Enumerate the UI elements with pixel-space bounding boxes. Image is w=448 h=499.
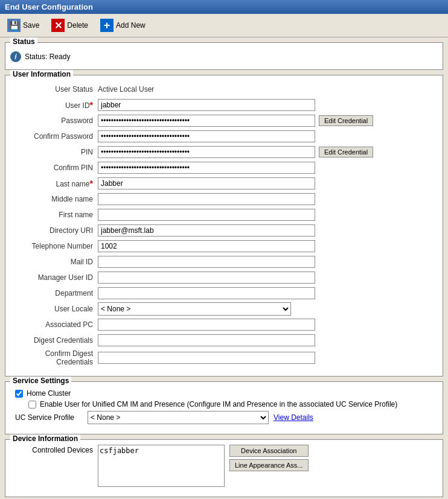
- last-name-label: Last name*: [10, 179, 98, 188]
- enable-user-checkbox[interactable]: [28, 401, 36, 408]
- title-bar: End User Configuration: [0, 0, 448, 14]
- save-label: Save: [23, 21, 39, 30]
- middle-name-input[interactable]: [98, 193, 315, 205]
- middle-name-row: Middle name: [10, 192, 438, 206]
- department-input[interactable]: [98, 287, 315, 299]
- associated-pc-label: Associated PC: [10, 320, 98, 329]
- add-icon: +: [100, 19, 114, 32]
- add-new-label: Add New: [116, 21, 146, 30]
- manager-user-id-row: Manager User ID: [10, 271, 438, 284]
- directory-uri-input[interactable]: [98, 224, 315, 237]
- user-info-section: User Information User Status Active Loca…: [5, 75, 443, 377]
- confirm-digest-credentials-input[interactable]: [98, 352, 315, 364]
- edit-credential-2-button[interactable]: Edit Credential: [319, 147, 373, 157]
- user-status-label: User Status: [10, 85, 98, 94]
- toolbar: 💾 Save ✕ Delete + Add New: [0, 14, 448, 37]
- delete-button[interactable]: ✕ Delete: [49, 17, 91, 33]
- user-status-row: User Status Active Local User: [10, 83, 438, 96]
- manager-user-id-input[interactable]: [98, 272, 315, 284]
- mail-id-label: Mail ID: [10, 258, 98, 266]
- mail-id-input[interactable]: [98, 256, 315, 268]
- associated-pc-input[interactable]: [98, 319, 315, 331]
- device-info-title: Device Information: [10, 434, 80, 443]
- associated-pc-row: Associated PC: [10, 318, 438, 331]
- user-locale-row: User Locale < None >: [10, 302, 438, 316]
- confirm-digest-credentials-row: Confirm Digest Credentials: [10, 349, 438, 366]
- confirm-password-input[interactable]: [98, 130, 315, 142]
- manager-user-id-label: Manager User ID: [10, 273, 98, 282]
- uc-service-profile-row: UC Service Profile < None > View Details: [10, 411, 438, 424]
- directory-uri-row: Directory URI: [10, 224, 438, 237]
- confirm-password-label: Confirm Password: [10, 132, 98, 141]
- enable-user-label: Enable User for Unified CM IM and Presen…: [40, 400, 397, 408]
- pin-label: PIN: [10, 148, 98, 156]
- line-appearance-button[interactable]: Line Appearance Ass...: [229, 459, 309, 471]
- uc-service-profile-select[interactable]: < None >: [88, 411, 269, 424]
- user-id-label: User ID*: [10, 100, 98, 110]
- device-info-section: Device Information Controlled Devices cs…: [5, 439, 443, 497]
- department-row: Department: [10, 287, 438, 300]
- directory-uri-label: Directory URI: [10, 226, 98, 235]
- telephone-number-input[interactable]: [98, 240, 315, 252]
- user-id-row: User ID*: [10, 98, 438, 112]
- title-text: End User Configuration: [5, 2, 93, 11]
- home-cluster-checkbox[interactable]: [15, 390, 23, 398]
- uc-service-profile-label: UC Service Profile: [15, 413, 88, 422]
- confirm-password-row: Confirm Password: [10, 130, 438, 143]
- add-new-button[interactable]: + Add New: [98, 17, 148, 33]
- department-label: Department: [10, 289, 98, 297]
- digest-credentials-input[interactable]: [98, 334, 315, 346]
- view-details-link[interactable]: View Details: [274, 413, 313, 422]
- confirm-digest-credentials-label: Confirm Digest Credentials: [10, 349, 98, 366]
- user-locale-select[interactable]: < None >: [98, 302, 291, 316]
- service-settings-section: Service Settings Home Cluster Enable Use…: [5, 381, 443, 434]
- digest-credentials-row: Digest Credentials: [10, 334, 438, 347]
- device-association-button[interactable]: Device Association: [229, 445, 309, 457]
- first-name-label: First name: [10, 211, 98, 219]
- telephone-number-row: Telephone Number: [10, 240, 438, 253]
- password-input[interactable]: [98, 115, 315, 127]
- confirm-pin-input[interactable]: [98, 162, 315, 174]
- save-icon: 💾: [7, 19, 21, 32]
- first-name-row: First name: [10, 208, 438, 221]
- last-name-row: Last name*: [10, 177, 438, 190]
- enable-user-row: Enable User for Unified CM IM and Presen…: [10, 400, 438, 408]
- mail-id-row: Mail ID: [10, 255, 438, 269]
- status-section: Status i Status: Ready: [5, 42, 443, 70]
- password-row: Password Edit Credential: [10, 114, 438, 127]
- digest-credentials-label: Digest Credentials: [10, 336, 98, 345]
- user-info-title: User Information: [10, 70, 73, 78]
- pin-row: PIN Edit Credential: [10, 145, 438, 159]
- controlled-devices-label: Controlled Devices: [10, 445, 98, 454]
- info-icon: i: [10, 51, 21, 62]
- confirm-pin-label: Confirm PIN: [10, 164, 98, 172]
- save-button[interactable]: 💾 Save: [5, 17, 42, 33]
- delete-icon: ✕: [51, 19, 65, 32]
- home-cluster-label: Home Cluster: [27, 389, 71, 398]
- status-row: i Status: Ready: [10, 51, 438, 62]
- last-name-input[interactable]: [98, 177, 315, 189]
- password-label: Password: [10, 116, 98, 125]
- status-text: Status: Ready: [25, 52, 70, 61]
- service-settings-title: Service Settings: [10, 377, 71, 385]
- pin-input[interactable]: [98, 146, 315, 158]
- telephone-number-label: Telephone Number: [10, 242, 98, 250]
- status-section-title: Status: [10, 37, 37, 46]
- controlled-devices-textarea[interactable]: csfjabber: [98, 445, 225, 487]
- main-content: Status i Status: Ready User Information …: [0, 37, 448, 499]
- middle-name-label: Middle name: [10, 195, 98, 203]
- user-status-value: Active Local User: [98, 85, 154, 94]
- confirm-pin-row: Confirm PIN: [10, 161, 438, 174]
- device-buttons: Device Association Line Appearance Ass..…: [229, 445, 309, 471]
- edit-credential-1-button[interactable]: Edit Credential: [319, 115, 373, 126]
- delete-label: Delete: [67, 21, 88, 30]
- home-cluster-row: Home Cluster: [10, 389, 438, 398]
- user-id-input[interactable]: [98, 99, 315, 111]
- first-name-input[interactable]: [98, 209, 315, 221]
- user-locale-label: User Locale: [10, 305, 98, 313]
